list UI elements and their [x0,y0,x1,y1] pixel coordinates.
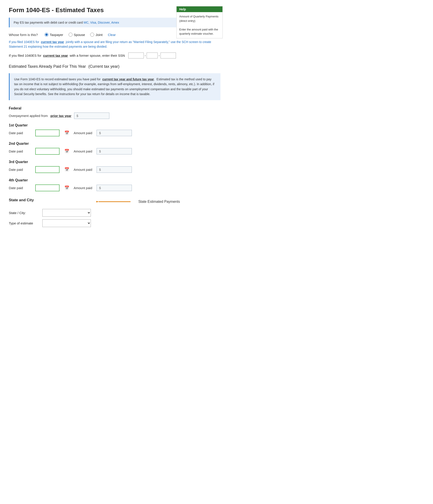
overpayment-tax-year: prior tax year [51,114,71,118]
quarter-3-amount-input[interactable] [102,168,130,171]
quarter-2-amount-label: Amount paid [74,149,92,153]
help-bubble: Help Amount of Quarterly Payments (direc… [176,6,223,38]
overpayment-row: Overpayment applied from prior tax year … [9,113,220,119]
federal-title: Federal [9,106,220,110]
quarter-2-calendar-icon[interactable]: 📅 [64,149,69,153]
ssn-group: - - [128,53,176,58]
quarter-2-date-label: Date paid [9,149,31,153]
former-spouse-suffix: with a former spouse, enter their SSN [70,54,125,57]
ssn-part2[interactable] [147,53,158,58]
quarter-4-block: 4th Quarter Date paid 📅 Amount paid $ [9,178,220,191]
quarter-3-row: Date paid 📅 Amount paid $ [9,166,220,173]
quarter-2-amount-input[interactable] [102,149,130,153]
help-line2: Enter the amount paid with the quarterly… [179,27,220,36]
quarter-3-block: 3rd Quarter Date paid 📅 Amount paid $ [9,160,220,173]
quarter-4-title: 4th Quarter [9,178,220,182]
overpayment-label: Overpayment applied from [9,114,48,118]
quarter-4-date-input[interactable] [35,184,60,191]
taxpayer-label: Taxpayer [50,33,63,37]
joint-label: Joint [95,33,103,37]
state-estimated-label: State Estimated Payments [138,200,180,204]
quarter-1-row: Date paid 📅 Amount paid $ [9,130,220,136]
help-line1: Amount of Quarterly Payments (direct ent… [179,14,220,23]
clear-link[interactable]: Clear [108,33,116,37]
quarter-4-calendar-icon[interactable]: 📅 [64,185,69,190]
ssn-part3[interactable] [161,53,176,58]
spouse-radio[interactable]: Spouse [69,33,85,37]
quarter-3-title: 3rd Quarter [9,160,220,164]
overpayment-input-wrapper: $ [74,113,109,119]
quarter-1-calendar-icon[interactable]: 📅 [64,130,69,135]
state-city-title: State and City [9,198,34,202]
quarter-4-amount-wrapper: $ [96,185,132,191]
state-city-field-row: State / City: [9,209,220,217]
quarter-1-amount-wrapper: $ [96,130,132,136]
quarter-3-amount-wrapper: $ [96,166,132,173]
state-payments-arrow-icon [96,198,132,205]
info-banner-text: Pay ES tax payments with debit card or c… [14,21,83,24]
type-estimate-select[interactable] [42,219,91,227]
quarter-1-amount-label: Amount paid [74,131,92,135]
blue-notice: If you filed 1040ES for current tax year… [9,40,220,49]
quarter-2-block: 2nd Quarter Date paid 📅 Amount paid $ [9,142,220,155]
type-estimate-label: Type of estimate [9,221,40,225]
quarter-2-amount-wrapper: $ [96,148,132,154]
quarter-2-row: Date paid 📅 Amount paid $ [9,148,220,155]
former-spouse-row: If you filed 1040ES for current tax year… [9,53,220,58]
joint-radio[interactable]: Joint [90,33,103,37]
quarter-3-calendar-icon[interactable]: 📅 [64,167,69,172]
quarter-1-date-label: Date paid [9,131,31,135]
quarter-1-title: 1st Quarter [9,123,220,127]
former-spouse-prefix: If you filed 1040ES for [9,54,42,57]
quarter-3-amount-label: Amount paid [74,168,92,171]
estimated-taxes-title: Estimated Taxes Already Paid For This Ye… [9,64,220,69]
quarter-1-block: 1st Quarter Date paid 📅 Amount paid $ [9,123,220,136]
whose-form-label: Whose form is this? [9,33,38,37]
type-estimate-field-row: Type of estimate [9,219,220,227]
state-city-section: State and City State Estimated Payments … [9,198,220,227]
payment-link[interactable]: MC, Visa, Discover, Amex [84,21,119,24]
quarter-4-amount-label: Amount paid [74,186,92,190]
quarter-4-amount-input[interactable] [102,186,130,190]
overpayment-input[interactable] [79,114,107,118]
quarter-3-date-label: Date paid [9,168,31,171]
quarter-4-row: Date paid 📅 Amount paid $ [9,184,220,191]
info-box: Use Form 1040-ES to record estimated tax… [9,73,220,100]
quarter-2-date-input[interactable] [35,148,60,155]
state-city-label: State / City: [9,211,40,215]
state-city-select[interactable] [42,209,91,217]
help-button[interactable]: Help [177,6,222,12]
ssn-part1[interactable] [128,53,144,58]
former-spouse-tax-year: current tax year [43,54,68,57]
quarter-2-title: 2nd Quarter [9,142,220,146]
quarter-4-date-label: Date paid [9,186,31,190]
spouse-label: Spouse [74,33,85,37]
quarter-3-date-input[interactable] [35,166,60,173]
quarter-1-date-input[interactable] [35,130,60,136]
taxpayer-radio[interactable]: Taxpayer [44,33,63,37]
quarter-1-amount-input[interactable] [102,131,130,135]
